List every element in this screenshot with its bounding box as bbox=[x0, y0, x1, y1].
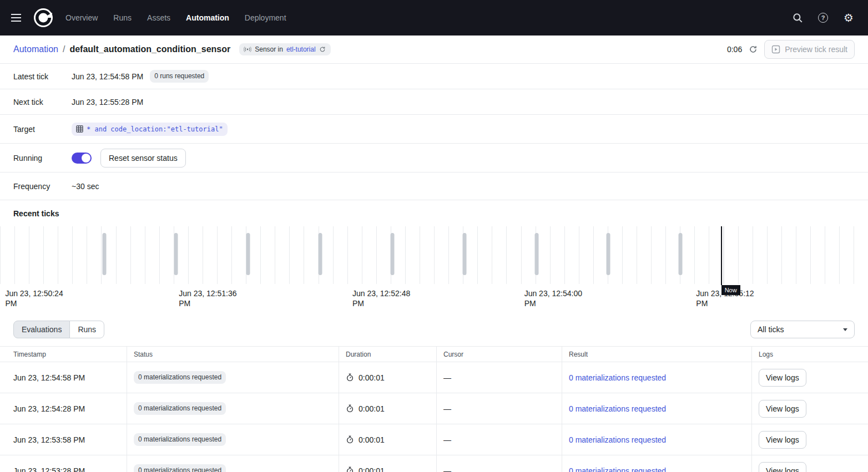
settings-icon[interactable]: ⚙ bbox=[842, 12, 855, 24]
top-navbar: Overview Runs Assets Automation Deployme… bbox=[0, 0, 868, 35]
eval-cursor: — bbox=[437, 455, 562, 472]
result-link[interactable]: 0 materializations requested bbox=[569, 404, 666, 413]
asset-selection-text: * and code_location:"etl-tutorial" bbox=[87, 125, 223, 133]
frequency-value: ~30 sec bbox=[72, 182, 99, 191]
stopwatch-icon bbox=[346, 373, 354, 382]
tick-bar[interactable] bbox=[102, 233, 106, 275]
next-tick-row: Next tick Jun 23, 12:55:28 PM bbox=[0, 89, 868, 115]
eval-duration: 0:00:01 bbox=[359, 466, 385, 472]
stopwatch-icon bbox=[346, 404, 354, 413]
timeline-grid bbox=[0, 226, 868, 284]
evaluations-toolbar: Evaluations Runs All ticks bbox=[0, 311, 868, 346]
tick-bar[interactable] bbox=[319, 233, 322, 275]
dagster-logo[interactable] bbox=[33, 8, 53, 28]
breadcrumb-automation-link[interactable]: Automation bbox=[13, 44, 58, 54]
now-marker-label: Now bbox=[721, 285, 740, 295]
sensor-badge-text: Sensor in bbox=[255, 45, 283, 53]
navbar-actions: ? ⚙ bbox=[791, 12, 859, 24]
sensor-icon bbox=[244, 45, 251, 53]
page-header: Automation / default_automation_conditio… bbox=[0, 35, 868, 64]
chevron-down-icon bbox=[843, 328, 847, 331]
page-title: default_automation_condition_sensor bbox=[69, 44, 230, 54]
tick-bar[interactable] bbox=[534, 233, 538, 275]
hamburger-menu-icon[interactable] bbox=[9, 8, 29, 28]
latest-tick-value: Jun 23, 12:54:58 PM bbox=[72, 72, 143, 81]
status-badge: 0 materializations requested bbox=[134, 371, 226, 383]
eval-duration: 0:00:01 bbox=[359, 404, 385, 413]
latest-tick-row: Latest tick Jun 23, 12:54:58 PM 0 runs r… bbox=[0, 64, 868, 89]
preview-tick-result-button[interactable]: Preview tick result bbox=[764, 40, 855, 59]
primary-nav: Overview Runs Assets Automation Deployme… bbox=[65, 13, 286, 22]
search-icon[interactable] bbox=[791, 12, 804, 24]
status-badge: 0 materializations requested bbox=[134, 433, 226, 445]
running-toggle[interactable] bbox=[72, 153, 92, 164]
status-badge: 0 materializations requested bbox=[134, 464, 226, 472]
nav-item-overview[interactable]: Overview bbox=[65, 13, 98, 22]
result-link[interactable]: 0 materializations requested bbox=[569, 373, 666, 382]
next-tick-label: Next tick bbox=[13, 98, 72, 106]
eval-cursor: — bbox=[437, 362, 562, 393]
stopwatch-icon bbox=[346, 466, 354, 472]
table-header-row: Timestamp Status Duration Cursor Result … bbox=[0, 347, 868, 362]
tick-bar[interactable] bbox=[246, 233, 250, 275]
table-row: Jun 23, 12:54:28 PM 0 materializations r… bbox=[0, 393, 868, 424]
eval-timestamp: Jun 23, 12:54:28 PM bbox=[0, 393, 127, 424]
sensor-code-location-link[interactable]: etl-tutorial bbox=[286, 45, 316, 53]
reset-sensor-status-button[interactable]: Reset sensor status bbox=[100, 149, 186, 168]
eval-timestamp: Jun 23, 12:53:28 PM bbox=[0, 455, 127, 472]
result-link[interactable]: 0 materializations requested bbox=[569, 466, 666, 472]
refresh-icon[interactable] bbox=[319, 46, 326, 53]
ticks-filter-dropdown[interactable]: All ticks bbox=[750, 321, 855, 338]
nav-item-automation[interactable]: Automation bbox=[186, 13, 229, 22]
tick-bar[interactable] bbox=[607, 233, 610, 275]
frequency-label: Frequency bbox=[13, 182, 72, 191]
running-row: Running Reset sensor status bbox=[0, 144, 868, 172]
col-timestamp: Timestamp bbox=[0, 347, 127, 362]
header-actions: 0:06 Preview tick result bbox=[727, 40, 855, 59]
col-status: Status bbox=[127, 347, 339, 362]
tick-bar[interactable] bbox=[462, 233, 466, 275]
table-row: Jun 23, 12:53:58 PM 0 materializations r… bbox=[0, 424, 868, 455]
help-icon[interactable]: ? bbox=[817, 12, 829, 24]
view-logs-button[interactable]: View logs bbox=[759, 369, 806, 387]
tick-bar[interactable] bbox=[390, 233, 394, 275]
view-segmented-control: Evaluations Runs bbox=[13, 321, 104, 338]
col-result: Result bbox=[562, 347, 752, 362]
sensor-location-badge: Sensor in etl-tutorial bbox=[239, 43, 330, 55]
result-link[interactable]: 0 materializations requested bbox=[569, 435, 666, 444]
eval-cursor: — bbox=[437, 393, 562, 424]
refresh-icon[interactable] bbox=[749, 45, 758, 54]
target-row: Target * and code_location:"etl-tutorial… bbox=[0, 115, 868, 144]
col-cursor: Cursor bbox=[437, 347, 562, 362]
frequency-row: Frequency ~30 sec bbox=[0, 172, 868, 200]
nav-item-deployment[interactable]: Deployment bbox=[245, 13, 286, 22]
tab-runs[interactable]: Runs bbox=[69, 321, 104, 338]
view-logs-button[interactable]: View logs bbox=[759, 400, 806, 418]
tick-bar[interactable] bbox=[679, 233, 683, 275]
eval-duration: 0:00:01 bbox=[359, 435, 385, 444]
asset-selection-tag[interactable]: * and code_location:"etl-tutorial" bbox=[72, 123, 228, 136]
preview-icon bbox=[771, 45, 780, 54]
col-duration: Duration bbox=[339, 347, 437, 362]
status-badge: 0 materializations requested bbox=[134, 402, 226, 414]
tick-bar[interactable] bbox=[174, 233, 178, 275]
breadcrumb-separator: / bbox=[63, 44, 65, 54]
view-logs-button[interactable]: View logs bbox=[759, 462, 806, 472]
now-marker-line bbox=[721, 226, 722, 285]
tab-evaluations[interactable]: Evaluations bbox=[13, 321, 70, 338]
next-tick-value: Jun 23, 12:55:28 PM bbox=[72, 98, 143, 106]
running-label: Running bbox=[13, 154, 72, 163]
ticks-filter-value: All ticks bbox=[758, 325, 784, 334]
eval-duration: 0:00:01 bbox=[359, 373, 385, 382]
asset-grid-icon bbox=[76, 125, 83, 133]
recent-ticks-title: Recent ticks bbox=[0, 200, 868, 226]
evaluations-table: Timestamp Status Duration Cursor Result … bbox=[0, 346, 868, 472]
view-logs-button[interactable]: View logs bbox=[759, 431, 806, 449]
timeline-axis-label: Jun 23, 12:54:00 PM bbox=[524, 288, 590, 309]
ticks-timeline: Jun 23, 12:50:24 PMJun 23, 12:51:36 PMJu… bbox=[0, 226, 868, 311]
nav-item-assets[interactable]: Assets bbox=[147, 13, 170, 22]
eval-cursor: — bbox=[437, 424, 562, 455]
table-row: Jun 23, 12:53:28 PM 0 materializations r… bbox=[0, 455, 868, 472]
eval-timestamp: Jun 23, 12:54:58 PM bbox=[0, 362, 127, 393]
nav-item-runs[interactable]: Runs bbox=[113, 13, 132, 22]
